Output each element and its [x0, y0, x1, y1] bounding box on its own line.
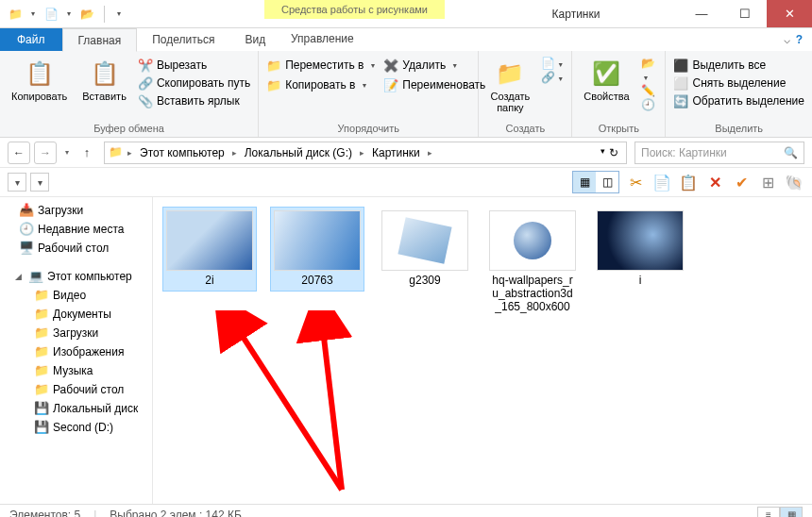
rename-icon: 📝	[383, 77, 398, 92]
selectnone-button[interactable]: ⬜Снять выделение	[673, 75, 804, 92]
cut-button[interactable]: ✂️Вырезать	[138, 57, 250, 74]
easyaccess-icon[interactable]: 🔗▼	[541, 71, 564, 84]
openwith-icon[interactable]: 📂▼	[641, 57, 658, 83]
copy-tool[interactable]: 📄	[651, 172, 672, 192]
tree-downloads[interactable]: 📥Загрузки	[0, 201, 152, 220]
cut-label: Вырезать	[157, 58, 207, 72]
copy-button[interactable]: 📋 Копировать	[8, 57, 71, 104]
tab-file[interactable]: Файл	[0, 28, 62, 51]
preview-button[interactable]: ◫	[596, 172, 618, 192]
file-name: g2309	[409, 275, 440, 288]
search-box[interactable]: Поиск: Картинки 🔍	[634, 142, 804, 164]
up-button[interactable]: ↑	[77, 143, 96, 162]
qat-doc-dd[interactable]: ▾	[64, 8, 74, 21]
qat-dropdown[interactable]: ▾	[28, 8, 38, 21]
selectall-button[interactable]: ⬛Выделить все	[673, 57, 804, 74]
confirm-tool[interactable]: ✔	[731, 172, 752, 192]
invertsel-icon: 🔄	[673, 93, 688, 108]
window-controls: — ☐ ✕	[680, 0, 812, 27]
file-list[interactable]: 2i 20763 g2309 hq-wallpapers_ru_abstract…	[153, 197, 812, 504]
bc-dropdown[interactable]: ▾	[601, 146, 605, 159]
shell-tool[interactable]: 🐚	[784, 172, 804, 192]
edit-icon[interactable]: ✏️	[641, 84, 658, 97]
breadcrumb[interactable]: 📁 ▸ Этот компьютер ▸ Локальный диск (G:)…	[104, 142, 627, 164]
moveto-button[interactable]: 📁Переместить в▼	[266, 57, 376, 74]
include-dropdown[interactable]: ▾	[30, 173, 49, 192]
paste-button[interactable]: 📋 Вставить	[78, 57, 130, 104]
close-button[interactable]: ✕	[767, 0, 812, 27]
paste-tool[interactable]: 📋	[678, 172, 699, 192]
tab-manage[interactable]: Управление	[276, 28, 369, 49]
properties-button[interactable]: ✅ Свойства	[580, 57, 633, 104]
delete-button[interactable]: ✖️Удалить▼	[383, 57, 485, 74]
rename-label: Переименовать	[402, 78, 485, 92]
expand-icon[interactable]: ◢	[15, 272, 25, 281]
bc-drive[interactable]: Локальный диск (G:)	[241, 146, 356, 159]
navigation-tree[interactable]: 📥Загрузки 🕘Недавние места 🖥️Рабочий стол…	[0, 197, 153, 504]
ribbon: 📋 Копировать 📋 Вставить ✂️Вырезать 🔗Скоп…	[0, 51, 812, 138]
history-dropdown[interactable]: ▾	[60, 142, 74, 164]
tree-item-label: Недавние места	[38, 223, 124, 236]
tree-thispc[interactable]: ◢💻Этот компьютер	[0, 267, 152, 286]
preview-tool[interactable]: ⊞	[757, 172, 778, 192]
cut-tool[interactable]: ✂	[625, 172, 646, 192]
bc-thispc[interactable]: Этот компьютер	[136, 146, 228, 159]
tree-videos[interactable]: 📁Видео	[0, 286, 152, 305]
icons-view-button[interactable]: ▦	[573, 172, 596, 192]
newfolder-button[interactable]: 📁 Создать папку	[486, 57, 533, 115]
selectnone-icon: ⬜	[673, 75, 688, 91]
tree-item-label: Музыка	[53, 364, 93, 377]
newitem-icon[interactable]: 📄▼	[541, 57, 564, 70]
invertsel-button[interactable]: 🔄Обратить выделение	[673, 92, 804, 109]
file-item[interactable]: hq-wallpapers_ru_abstraction3d_165_800x6…	[485, 207, 580, 317]
tree-pictures[interactable]: 📁Изображения	[0, 342, 152, 361]
tree-music[interactable]: 📁Музыка	[0, 361, 152, 380]
file-item[interactable]: i	[593, 207, 687, 292]
back-button[interactable]: ←	[8, 142, 30, 164]
copyto-label: Копировать в	[285, 78, 355, 92]
help-button[interactable]: ?	[796, 33, 803, 46]
tab-share[interactable]: Поделиться	[137, 28, 229, 51]
open-folder-icon[interactable]: 📂	[79, 7, 94, 22]
tree-downloads2[interactable]: 📁Загрузки	[0, 324, 152, 342]
pastelink-button[interactable]: 📎Вставить ярлык	[138, 92, 250, 109]
svg-line-0	[238, 329, 342, 490]
thumbnail	[166, 210, 253, 271]
tree-localdisk[interactable]: 💾Локальный диск	[0, 399, 152, 418]
copypath-button[interactable]: 🔗Скопировать путь	[138, 75, 250, 92]
tree-second[interactable]: 💾Second (D:)	[0, 418, 152, 437]
rename-button[interactable]: 📝Переименовать	[383, 76, 485, 93]
file-item[interactable]: 20763	[270, 207, 364, 292]
icons-view-button[interactable]: ▦	[780, 507, 803, 518]
document-icon[interactable]: 📄	[43, 7, 59, 22]
delete-label: Удалить	[402, 58, 446, 72]
forward-button[interactable]: →	[34, 142, 57, 164]
copyto-button[interactable]: 📁Копировать в▼	[266, 76, 376, 93]
collapse-ribbon-button[interactable]: ⌵	[784, 33, 790, 46]
bc-arrow[interactable]: ▸	[230, 148, 239, 158]
tab-home[interactable]: Главная	[62, 28, 138, 52]
organize-dropdown[interactable]: ▾	[8, 173, 26, 192]
tree-documents[interactable]: 📁Документы	[0, 305, 152, 324]
item-count: Элементов: 5	[9, 509, 80, 518]
tree-item-label: Second (D:)	[53, 421, 113, 434]
bc-folder[interactable]: Картинки	[368, 146, 424, 159]
bc-arrow[interactable]: ▸	[126, 148, 134, 158]
bc-arrow[interactable]: ▸	[426, 148, 434, 158]
group-clipboard: 📋 Копировать 📋 Вставить ✂️Вырезать 🔗Скоп…	[0, 51, 259, 137]
bc-arrow[interactable]: ▸	[358, 148, 366, 158]
drive-icon: 💾	[34, 401, 49, 416]
file-item[interactable]: 2i	[162, 207, 257, 292]
tree-desktop[interactable]: 🖥️Рабочий стол	[0, 239, 152, 258]
details-view-button[interactable]: ≡	[757, 507, 780, 518]
history-icon[interactable]: 🕘	[641, 98, 658, 111]
tree-recent[interactable]: 🕘Недавние места	[0, 220, 152, 239]
minimize-button[interactable]: —	[680, 0, 723, 27]
qat-menu[interactable]: ▾	[114, 8, 124, 21]
tab-view[interactable]: Вид	[229, 28, 280, 51]
delete-tool[interactable]: ✕	[704, 172, 725, 192]
tree-desktop2[interactable]: 📁Рабочий стол	[0, 380, 152, 399]
file-item[interactable]: g2309	[378, 207, 472, 292]
maximize-button[interactable]: ☐	[723, 0, 767, 27]
refresh-button[interactable]: ↻	[609, 146, 618, 159]
